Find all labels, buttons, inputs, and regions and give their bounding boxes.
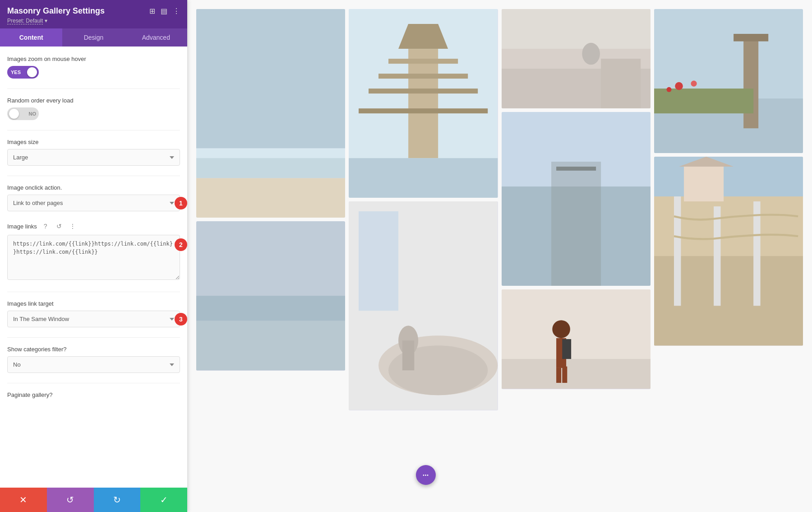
divider-5 [7, 337, 180, 338]
svg-rect-4 [196, 158, 345, 178]
tab-design[interactable]: Design [62, 28, 125, 47]
tab-advanced[interactable]: Advanced [125, 28, 187, 47]
svg-rect-48 [674, 196, 681, 306]
undo-button[interactable]: ↺ [47, 488, 94, 512]
svg-rect-37 [562, 367, 567, 383]
gallery-img-4[interactable] [349, 201, 498, 410]
badge-3: 3 [175, 313, 187, 326]
onclick-group: Image onclick action. Link to other page… [7, 184, 180, 211]
svg-rect-12 [369, 88, 478, 93]
paginate-label: Paginate gallery? [7, 391, 180, 398]
gallery-img-2[interactable] [196, 221, 345, 370]
svg-rect-51 [654, 157, 803, 196]
svg-rect-3 [196, 178, 345, 218]
svg-rect-15 [349, 158, 498, 198]
gallery-img-3[interactable] [349, 9, 498, 198]
gallery-img-6[interactable] [502, 112, 651, 286]
svg-rect-6 [196, 321, 345, 371]
random-toggle-wrap: NO [7, 107, 180, 120]
masonry-gallery [196, 9, 803, 410]
cancel-button[interactable]: ✕ [0, 488, 47, 512]
svg-point-25 [582, 43, 600, 65]
image-links-group: Image links ? ↺ ⋮ https://link.com/{{lin… [7, 221, 180, 282]
svg-rect-26 [601, 59, 641, 108]
link-target-select[interactable]: In The Same Window In a New Window [7, 311, 180, 327]
svg-point-43 [675, 82, 683, 90]
onclick-select[interactable]: Link to other pages Open in lightbox No … [7, 195, 180, 211]
tab-content[interactable]: Content [0, 28, 62, 47]
svg-rect-41 [734, 34, 768, 42]
help-icon[interactable]: ? [41, 221, 51, 231]
gallery-col-3 [502, 9, 651, 410]
gallery-img-1[interactable] [196, 9, 345, 218]
badge-2: 2 [175, 238, 187, 251]
svg-rect-49 [714, 206, 720, 306]
zoom-toggle-wrap: YES [7, 66, 180, 79]
categories-select[interactable]: No Yes [7, 356, 180, 373]
onclick-label: Image onclick action. [7, 184, 180, 191]
svg-rect-29 [551, 162, 601, 286]
svg-rect-30 [556, 167, 596, 171]
save-button[interactable]: ✓ [140, 488, 187, 512]
panel-actions: ✕ ↺ ↻ ✓ [0, 488, 187, 512]
zoom-toggle[interactable]: YES [7, 66, 39, 79]
link-target-select-row: In The Same Window In a New Window 3 [7, 311, 180, 327]
svg-rect-52 [684, 167, 724, 201]
divider-4 [7, 292, 180, 292]
panel-header: Masonry Gallery Settings ⊞ ▤ ⋮ Preset: D… [0, 0, 187, 28]
svg-point-45 [666, 87, 671, 92]
svg-rect-35 [562, 340, 571, 359]
redo-button[interactable]: ↻ [94, 488, 141, 512]
divider-6 [7, 383, 180, 383]
svg-rect-10 [388, 59, 458, 64]
svg-rect-13 [359, 108, 488, 113]
svg-rect-50 [753, 201, 760, 306]
svg-point-44 [691, 81, 697, 87]
gallery-img-9[interactable] [654, 157, 803, 345]
link-target-group: Images link target In The Same Window In… [7, 300, 180, 327]
svg-rect-11 [378, 74, 468, 79]
divider-2 [7, 130, 180, 130]
gallery-img-7[interactable] [502, 289, 651, 389]
fab-button[interactable]: ••• [416, 465, 436, 485]
svg-point-33 [552, 321, 570, 339]
random-label: Random order every load [7, 97, 180, 104]
svg-rect-7 [196, 296, 345, 321]
gallery-col-4 [654, 9, 803, 410]
images-size-select-wrapper: Large Medium Small Full [7, 149, 180, 166]
random-toggle[interactable]: NO [7, 107, 39, 120]
categories-group: Show categories filter? No Yes [7, 346, 180, 373]
image-links-header: Image links ? ↺ ⋮ [7, 221, 180, 231]
reset-icon[interactable]: ↺ [54, 221, 64, 231]
layout-icon[interactable]: ▤ [161, 7, 167, 15]
more-links-icon[interactable]: ⋮ [68, 221, 78, 231]
gallery-img-8[interactable] [654, 9, 803, 153]
onclick-select-row: Link to other pages Open in lightbox No … [7, 195, 180, 211]
svg-rect-32 [502, 359, 651, 389]
more-icon[interactable]: ⋮ [173, 7, 180, 15]
svg-rect-17 [359, 211, 398, 311]
header-icons: ⊞ ▤ ⋮ [149, 7, 180, 15]
images-size-group: Images size Large Medium Small Full [7, 139, 180, 166]
panel-content: Images zoom on mouse hover YES Random or… [0, 47, 187, 488]
zoom-toggle-knob [27, 67, 37, 77]
svg-rect-40 [743, 39, 758, 128]
categories-select-wrapper: No Yes [7, 356, 180, 373]
random-group: Random order every load NO [7, 97, 180, 120]
image-links-textarea[interactable]: https://link.com/{{link}}https://link.co… [7, 235, 180, 280]
preset-selector[interactable]: Preset: Default ▾ [7, 18, 180, 24]
images-size-select[interactable]: Large Medium Small Full [7, 149, 180, 166]
random-toggle-no-label: NO [29, 111, 37, 116]
divider-1 [7, 88, 180, 89]
svg-rect-36 [556, 368, 561, 383]
gallery-col-1 [196, 9, 345, 410]
zoom-label: Images zoom on mouse hover [7, 56, 180, 62]
expand-icon[interactable]: ⊞ [149, 7, 155, 15]
settings-panel: Masonry Gallery Settings ⊞ ▤ ⋮ Preset: D… [0, 0, 187, 512]
zoom-toggle-yes-label: YES [11, 70, 21, 75]
zoom-group: Images zoom on mouse hover YES [7, 56, 180, 79]
divider-3 [7, 176, 180, 176]
link-target-label: Images link target [7, 300, 180, 307]
image-links-textarea-wrap: https://link.com/{{link}}https://link.co… [7, 235, 180, 282]
gallery-img-5[interactable] [502, 9, 651, 108]
